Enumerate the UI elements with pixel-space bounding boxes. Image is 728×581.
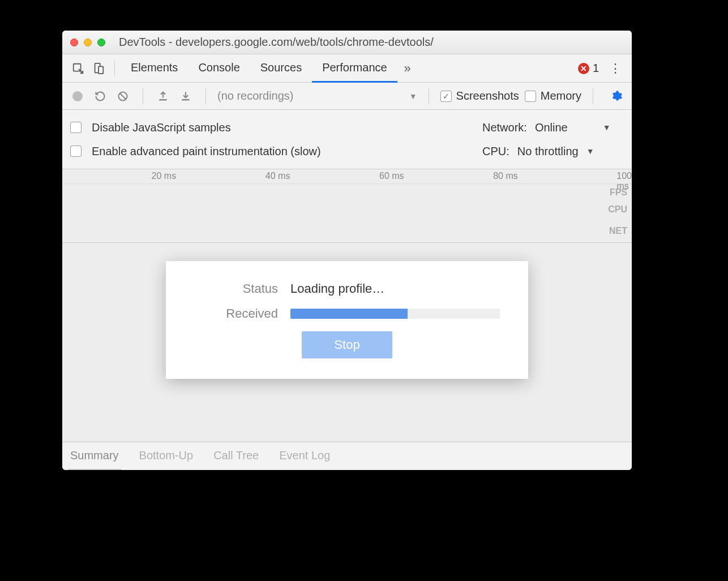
recordings-label: (no recordings) — [217, 89, 294, 102]
memory-label: Memory — [541, 89, 581, 102]
status-value: Loading profile… — [290, 281, 500, 296]
kebab-menu-icon[interactable]: ⋮ — [605, 61, 626, 76]
error-count: 1 — [593, 62, 599, 75]
progress-fill — [290, 309, 408, 319]
disable-js-label: Disable JavaScript samples — [92, 121, 231, 134]
timeline-ruler: 20 ms 40 ms 60 ms 80 ms 100 ms — [62, 169, 632, 184]
lane-fps: FPS — [610, 187, 627, 198]
lane-net: NET — [609, 226, 627, 236]
tab-bottom-up[interactable]: Bottom-Up — [137, 442, 196, 471]
chevron-down-icon: ▼ — [586, 147, 594, 156]
timeline-overview[interactable]: 20 ms 40 ms 60 ms 80 ms 100 ms FPS CPU N… — [62, 169, 632, 243]
tab-elements[interactable]: Elements — [121, 54, 188, 83]
details-tabbar: Summary Bottom-Up Call Tree Event Log — [62, 442, 632, 470]
ruler-tick: 20 ms — [152, 171, 177, 181]
clear-button[interactable] — [114, 88, 131, 105]
svg-rect-5 — [182, 99, 189, 101]
network-label: Network: — [482, 121, 527, 134]
memory-checkbox[interactable]: Memory — [525, 89, 581, 102]
tab-performance[interactable]: Performance — [312, 54, 397, 83]
window-title: DevTools - developers.google.com/web/too… — [119, 36, 434, 49]
tab-console[interactable]: Console — [188, 54, 250, 83]
record-button[interactable] — [69, 88, 86, 105]
device-toggle-icon[interactable] — [88, 58, 109, 79]
lane-cpu: CPU — [608, 204, 627, 215]
ruler-tick: 80 ms — [493, 171, 518, 181]
minimize-window-button[interactable] — [84, 39, 92, 46]
enable-paint-instrumentation-checkbox[interactable]: Enable advanced paint instrumentation (s… — [70, 145, 321, 158]
tab-event-log[interactable]: Event Log — [277, 442, 332, 471]
capture-settings-panel: Disable JavaScript samples Network: Onli… — [62, 110, 632, 169]
flamechart-area: Status Loading profile… Received Stop — [62, 243, 632, 442]
performance-toolbar: (no recordings) ▼ Screenshots Memory — [62, 83, 632, 110]
status-label: Status — [194, 281, 290, 296]
checkbox-icon — [70, 146, 82, 157]
received-label: Received — [194, 306, 290, 321]
checkbox-icon — [70, 122, 82, 133]
tab-summary[interactable]: Summary — [68, 442, 121, 471]
cpu-label: CPU: — [482, 145, 509, 158]
main-tabbar: Elements Console Sources Performance » ✕… — [62, 54, 632, 83]
svg-rect-4 — [159, 99, 166, 101]
more-tabs-icon[interactable]: » — [397, 58, 418, 79]
network-throttle-select[interactable]: Network: Online ▼ — [482, 121, 624, 134]
enable-paint-label: Enable advanced paint instrumentation (s… — [92, 145, 321, 158]
chevron-down-icon: ▼ — [409, 92, 417, 101]
recordings-dropdown[interactable]: (no recordings) ▼ — [217, 89, 417, 102]
tab-sources[interactable]: Sources — [250, 54, 312, 83]
disable-js-samples-checkbox[interactable]: Disable JavaScript samples — [70, 121, 231, 134]
load-profile-button[interactable] — [155, 88, 172, 105]
error-icon: ✕ — [578, 63, 589, 74]
tab-call-tree[interactable]: Call Tree — [211, 442, 261, 471]
stop-button[interactable]: Stop — [302, 331, 392, 358]
ruler-tick: 40 ms — [265, 171, 290, 181]
chevron-down-icon: ▼ — [603, 123, 611, 132]
network-value: Online — [535, 121, 568, 134]
inspect-element-icon[interactable] — [68, 58, 88, 79]
cpu-throttle-select[interactable]: CPU: No throttling ▼ — [482, 145, 624, 158]
checkbox-icon — [525, 91, 536, 102]
traffic-lights — [70, 39, 105, 46]
error-badge[interactable]: ✕ 1 — [578, 62, 599, 75]
screenshots-label: Screenshots — [456, 89, 519, 102]
cpu-value: No throttling — [517, 145, 579, 158]
window-titlebar: DevTools - developers.google.com/web/too… — [62, 31, 632, 54]
divider — [114, 61, 115, 76]
zoom-window-button[interactable] — [97, 39, 105, 46]
screenshots-checkbox[interactable]: Screenshots — [440, 89, 519, 102]
svg-rect-2 — [99, 66, 103, 74]
close-window-button[interactable] — [70, 39, 78, 46]
save-profile-button[interactable] — [177, 88, 194, 105]
devtools-window: DevTools - developers.google.com/web/too… — [62, 31, 632, 470]
received-progress — [290, 309, 500, 319]
loading-profile-dialog: Status Loading profile… Received Stop — [166, 261, 528, 379]
capture-settings-button[interactable] — [608, 88, 625, 105]
checkbox-icon — [440, 91, 452, 102]
ruler-tick: 60 ms — [379, 171, 404, 181]
reload-record-button[interactable] — [92, 88, 109, 105]
